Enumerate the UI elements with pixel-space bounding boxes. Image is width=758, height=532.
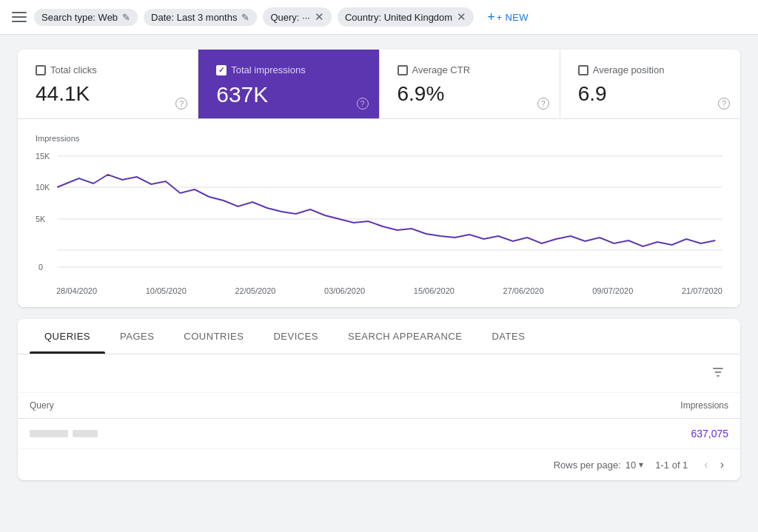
filter-chips-container: Search type: Web✎Date: Last 3 months✎Que… bbox=[34, 7, 474, 27]
metric-help-average-position[interactable]: ? bbox=[718, 98, 730, 110]
svg-text:15K: 15K bbox=[36, 152, 50, 161]
x-axis-tick: 21/07/2020 bbox=[682, 286, 722, 295]
next-page-button[interactable]: › bbox=[716, 457, 728, 473]
tab-countries[interactable]: COUNTRIES bbox=[169, 319, 258, 354]
chart-y-label: Impressions bbox=[36, 134, 722, 143]
metric-header-total-clicks: Total clicks bbox=[36, 64, 180, 75]
metric-cell-average-ctr[interactable]: Average CTR 6.9% ? bbox=[380, 50, 560, 118]
metric-label-total-impressions: Total impressions bbox=[231, 64, 305, 75]
table-row: 637,075 bbox=[18, 419, 740, 449]
query-placeholder-block bbox=[73, 430, 98, 437]
metric-cell-total-impressions[interactable]: Total impressions 637K ? bbox=[198, 50, 378, 118]
filter-icon-button[interactable] bbox=[708, 362, 728, 385]
metric-header-average-position: Average position bbox=[578, 64, 722, 75]
table-footer: Rows per page: 10 ▾ 1-1 of 1 ‹ › bbox=[18, 449, 740, 480]
metric-cell-total-clicks[interactable]: Total clicks 44.1K ? bbox=[18, 50, 198, 118]
metric-help-average-ctr[interactable]: ? bbox=[537, 98, 549, 110]
filter-chip-label: Date: Last 3 months bbox=[151, 12, 237, 23]
filter-chip-label: Country: United Kingdom bbox=[345, 12, 452, 23]
chart-area: Impressions 15K 10K 5K 0 bbox=[18, 119, 740, 307]
metric-value-average-ctr: 6.9% bbox=[398, 81, 542, 107]
metric-checkbox-average-position bbox=[578, 65, 588, 75]
metric-checkbox-total-impressions bbox=[216, 65, 227, 75]
new-button-label: + NEW bbox=[497, 12, 529, 23]
svg-text:5K: 5K bbox=[36, 215, 46, 223]
new-button[interactable]: + + NEW bbox=[481, 7, 534, 27]
tabs-row: QUERIESPAGESCOUNTRIESDEVICESSEARCH APPEA… bbox=[18, 319, 740, 354]
query-placeholder bbox=[30, 430, 98, 437]
metric-label-total-clicks: Total clicks bbox=[50, 64, 97, 75]
tab-pages[interactable]: PAGES bbox=[105, 319, 169, 354]
x-axis-labels: 28/04/202010/05/202022/05/202003/06/2020… bbox=[36, 286, 722, 295]
metrics-card: Total clicks 44.1K ? Total impressions 6… bbox=[18, 50, 740, 307]
tab-dates[interactable]: DATES bbox=[477, 319, 540, 354]
table-rows-container: 637,075 bbox=[18, 419, 740, 449]
tab-queries[interactable]: QUERIES bbox=[30, 319, 105, 354]
table-toolbar bbox=[18, 354, 740, 393]
edit-icon: ✎ bbox=[122, 12, 130, 23]
filter-chip-query[interactable]: Query: ···✕ bbox=[263, 7, 331, 27]
filter-chip-label: Search type: Web bbox=[41, 12, 118, 23]
metric-value-total-impressions: 637K bbox=[216, 81, 360, 108]
metric-help-total-clicks[interactable]: ? bbox=[175, 98, 187, 110]
metric-value-total-clicks: 44.1K bbox=[36, 81, 180, 107]
pagination-buttons: ‹ › bbox=[700, 457, 728, 473]
rows-per-page-label: Rows per page: bbox=[554, 459, 621, 471]
prev-page-button[interactable]: ‹ bbox=[700, 457, 712, 473]
metric-header-total-impressions: Total impressions bbox=[216, 64, 360, 75]
topbar: Search type: Web✎Date: Last 3 months✎Que… bbox=[0, 0, 758, 35]
filter-chip-country[interactable]: Country: United Kingdom✕ bbox=[338, 7, 474, 27]
metric-label-average-ctr: Average CTR bbox=[412, 64, 471, 75]
filter-chip-date[interactable]: Date: Last 3 months✎ bbox=[144, 9, 257, 26]
close-icon[interactable]: ✕ bbox=[315, 10, 324, 24]
rows-per-page-select[interactable]: 10 ▾ bbox=[625, 459, 643, 471]
tab-search-appearance[interactable]: SEARCH APPEARANCE bbox=[333, 319, 477, 354]
x-axis-tick: 03/06/2020 bbox=[324, 286, 365, 295]
chart-wrapper: 15K 10K 5K 0 bbox=[36, 149, 722, 282]
table-header: Query Impressions bbox=[18, 393, 740, 419]
chevron-down-icon: ▾ bbox=[639, 459, 643, 470]
metric-checkbox-total-clicks bbox=[36, 65, 46, 75]
main-content: Total clicks 44.1K ? Total impressions 6… bbox=[0, 35, 758, 495]
tab-devices[interactable]: DEVICES bbox=[258, 319, 333, 354]
metric-help-total-impressions[interactable]: ? bbox=[357, 98, 369, 110]
edit-icon: ✎ bbox=[241, 12, 249, 23]
svg-text:10K: 10K bbox=[36, 183, 50, 192]
metric-cell-average-position[interactable]: Average position 6.9 ? bbox=[560, 50, 740, 118]
metrics-row: Total clicks 44.1K ? Total impressions 6… bbox=[18, 50, 740, 119]
x-axis-tick: 28/04/2020 bbox=[56, 286, 97, 295]
svg-text:0: 0 bbox=[38, 263, 43, 272]
rows-per-page-value: 10 bbox=[625, 459, 636, 471]
filter-chip-search-type[interactable]: Search type: Web✎ bbox=[34, 9, 138, 26]
close-icon[interactable]: ✕ bbox=[457, 10, 466, 24]
menu-icon[interactable] bbox=[12, 12, 27, 22]
filter-chip-label: Query: ··· bbox=[270, 12, 309, 23]
x-axis-tick: 27/06/2020 bbox=[503, 286, 544, 295]
query-placeholder-block bbox=[30, 430, 68, 437]
pagination-info: 1-1 of 1 bbox=[655, 459, 688, 471]
x-axis-tick: 10/05/2020 bbox=[146, 286, 187, 295]
metric-header-average-ctr: Average CTR bbox=[398, 64, 542, 75]
plus-icon: + bbox=[487, 10, 495, 24]
col-query-header: Query bbox=[30, 400, 54, 411]
metric-label-average-position: Average position bbox=[593, 64, 665, 75]
metric-checkbox-average-ctr bbox=[398, 65, 408, 75]
col-impressions-header: Impressions bbox=[680, 400, 728, 411]
table-card: QUERIESPAGESCOUNTRIESDEVICESSEARCH APPEA… bbox=[18, 319, 740, 480]
x-axis-tick: 09/07/2020 bbox=[592, 286, 633, 295]
x-axis-tick: 15/06/2020 bbox=[414, 286, 455, 295]
metric-value-average-position: 6.9 bbox=[578, 81, 722, 107]
rows-per-page-container: Rows per page: 10 ▾ bbox=[554, 459, 644, 471]
x-axis-tick: 22/05/2020 bbox=[235, 286, 275, 295]
row-impressions-value: 637,075 bbox=[691, 428, 728, 440]
